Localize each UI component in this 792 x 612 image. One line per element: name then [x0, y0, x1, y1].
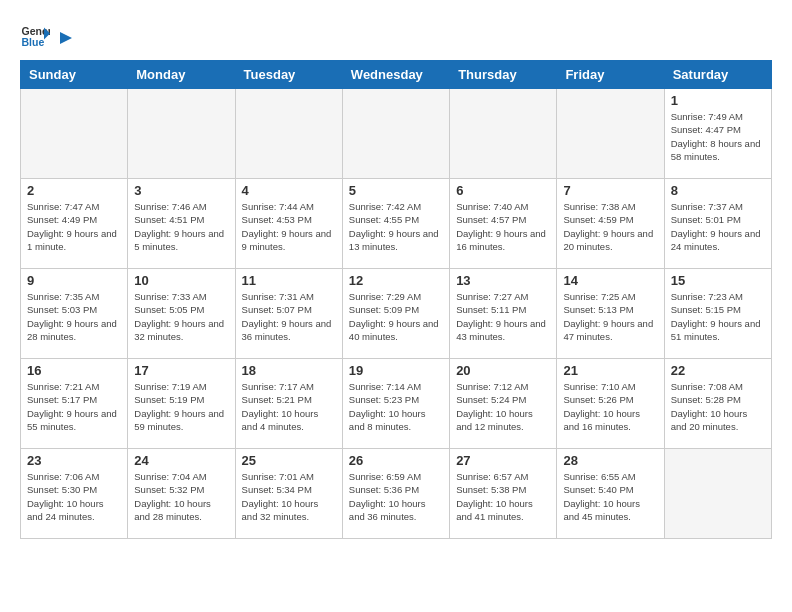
calendar-table: SundayMondayTuesdayWednesdayThursdayFrid… — [20, 60, 772, 539]
svg-marker-3 — [60, 32, 72, 44]
day-number: 8 — [671, 183, 765, 198]
day-number: 20 — [456, 363, 550, 378]
calendar-week-row: 2Sunrise: 7:47 AM Sunset: 4:49 PM Daylig… — [21, 179, 772, 269]
calendar-week-row: 1Sunrise: 7:49 AM Sunset: 4:47 PM Daylig… — [21, 89, 772, 179]
calendar-day-header: Friday — [557, 61, 664, 89]
day-info: Sunrise: 7:17 AM Sunset: 5:21 PM Dayligh… — [242, 380, 336, 433]
calendar-day-header: Sunday — [21, 61, 128, 89]
day-info: Sunrise: 7:40 AM Sunset: 4:57 PM Dayligh… — [456, 200, 550, 253]
calendar-day-cell: 4Sunrise: 7:44 AM Sunset: 4:53 PM Daylig… — [235, 179, 342, 269]
day-info: Sunrise: 7:37 AM Sunset: 5:01 PM Dayligh… — [671, 200, 765, 253]
day-info: Sunrise: 6:59 AM Sunset: 5:36 PM Dayligh… — [349, 470, 443, 523]
day-number: 14 — [563, 273, 657, 288]
day-number: 10 — [134, 273, 228, 288]
day-number: 12 — [349, 273, 443, 288]
day-info: Sunrise: 7:21 AM Sunset: 5:17 PM Dayligh… — [27, 380, 121, 433]
calendar-day-cell — [235, 89, 342, 179]
logo-arrow-icon — [56, 28, 76, 48]
day-info: Sunrise: 7:25 AM Sunset: 5:13 PM Dayligh… — [563, 290, 657, 343]
day-info: Sunrise: 7:31 AM Sunset: 5:07 PM Dayligh… — [242, 290, 336, 343]
day-number: 6 — [456, 183, 550, 198]
calendar-day-cell: 11Sunrise: 7:31 AM Sunset: 5:07 PM Dayli… — [235, 269, 342, 359]
day-number: 16 — [27, 363, 121, 378]
calendar-day-cell: 9Sunrise: 7:35 AM Sunset: 5:03 PM Daylig… — [21, 269, 128, 359]
calendar-day-header: Thursday — [450, 61, 557, 89]
calendar-day-cell: 7Sunrise: 7:38 AM Sunset: 4:59 PM Daylig… — [557, 179, 664, 269]
calendar-day-cell: 21Sunrise: 7:10 AM Sunset: 5:26 PM Dayli… — [557, 359, 664, 449]
calendar-day-cell: 16Sunrise: 7:21 AM Sunset: 5:17 PM Dayli… — [21, 359, 128, 449]
calendar-day-cell: 3Sunrise: 7:46 AM Sunset: 4:51 PM Daylig… — [128, 179, 235, 269]
day-number: 23 — [27, 453, 121, 468]
calendar-day-cell — [557, 89, 664, 179]
day-info: Sunrise: 7:04 AM Sunset: 5:32 PM Dayligh… — [134, 470, 228, 523]
calendar-day-cell: 14Sunrise: 7:25 AM Sunset: 5:13 PM Dayli… — [557, 269, 664, 359]
calendar-day-cell — [128, 89, 235, 179]
calendar-day-cell — [450, 89, 557, 179]
calendar-day-cell — [342, 89, 449, 179]
day-info: Sunrise: 6:55 AM Sunset: 5:40 PM Dayligh… — [563, 470, 657, 523]
day-info: Sunrise: 7:01 AM Sunset: 5:34 PM Dayligh… — [242, 470, 336, 523]
calendar-week-row: 23Sunrise: 7:06 AM Sunset: 5:30 PM Dayli… — [21, 449, 772, 539]
calendar-day-cell: 17Sunrise: 7:19 AM Sunset: 5:19 PM Dayli… — [128, 359, 235, 449]
day-number: 22 — [671, 363, 765, 378]
calendar-header-row: SundayMondayTuesdayWednesdayThursdayFrid… — [21, 61, 772, 89]
day-number: 3 — [134, 183, 228, 198]
calendar-day-cell: 13Sunrise: 7:27 AM Sunset: 5:11 PM Dayli… — [450, 269, 557, 359]
day-number: 13 — [456, 273, 550, 288]
day-number: 25 — [242, 453, 336, 468]
day-info: Sunrise: 7:44 AM Sunset: 4:53 PM Dayligh… — [242, 200, 336, 253]
calendar-week-row: 9Sunrise: 7:35 AM Sunset: 5:03 PM Daylig… — [21, 269, 772, 359]
day-number: 9 — [27, 273, 121, 288]
calendar-day-cell: 24Sunrise: 7:04 AM Sunset: 5:32 PM Dayli… — [128, 449, 235, 539]
calendar-day-cell: 15Sunrise: 7:23 AM Sunset: 5:15 PM Dayli… — [664, 269, 771, 359]
calendar-day-cell: 10Sunrise: 7:33 AM Sunset: 5:05 PM Dayli… — [128, 269, 235, 359]
day-info: Sunrise: 7:12 AM Sunset: 5:24 PM Dayligh… — [456, 380, 550, 433]
calendar-day-cell: 6Sunrise: 7:40 AM Sunset: 4:57 PM Daylig… — [450, 179, 557, 269]
day-number: 7 — [563, 183, 657, 198]
calendar-day-cell: 5Sunrise: 7:42 AM Sunset: 4:55 PM Daylig… — [342, 179, 449, 269]
calendar-day-cell: 25Sunrise: 7:01 AM Sunset: 5:34 PM Dayli… — [235, 449, 342, 539]
calendar-week-row: 16Sunrise: 7:21 AM Sunset: 5:17 PM Dayli… — [21, 359, 772, 449]
calendar-day-header: Saturday — [664, 61, 771, 89]
day-number: 11 — [242, 273, 336, 288]
calendar-day-cell: 1Sunrise: 7:49 AM Sunset: 4:47 PM Daylig… — [664, 89, 771, 179]
calendar-day-cell: 27Sunrise: 6:57 AM Sunset: 5:38 PM Dayli… — [450, 449, 557, 539]
day-number: 28 — [563, 453, 657, 468]
calendar-day-cell: 20Sunrise: 7:12 AM Sunset: 5:24 PM Dayli… — [450, 359, 557, 449]
day-info: Sunrise: 7:38 AM Sunset: 4:59 PM Dayligh… — [563, 200, 657, 253]
day-number: 15 — [671, 273, 765, 288]
calendar-day-header: Wednesday — [342, 61, 449, 89]
calendar-day-cell: 19Sunrise: 7:14 AM Sunset: 5:23 PM Dayli… — [342, 359, 449, 449]
day-number: 2 — [27, 183, 121, 198]
logo-icon: General Blue — [20, 20, 50, 50]
day-info: Sunrise: 7:10 AM Sunset: 5:26 PM Dayligh… — [563, 380, 657, 433]
day-info: Sunrise: 7:49 AM Sunset: 4:47 PM Dayligh… — [671, 110, 765, 163]
calendar-day-header: Tuesday — [235, 61, 342, 89]
day-number: 26 — [349, 453, 443, 468]
day-info: Sunrise: 7:23 AM Sunset: 5:15 PM Dayligh… — [671, 290, 765, 343]
calendar-day-cell: 22Sunrise: 7:08 AM Sunset: 5:28 PM Dayli… — [664, 359, 771, 449]
day-info: Sunrise: 7:42 AM Sunset: 4:55 PM Dayligh… — [349, 200, 443, 253]
day-info: Sunrise: 6:57 AM Sunset: 5:38 PM Dayligh… — [456, 470, 550, 523]
day-number: 24 — [134, 453, 228, 468]
day-info: Sunrise: 7:47 AM Sunset: 4:49 PM Dayligh… — [27, 200, 121, 253]
calendar-day-cell: 2Sunrise: 7:47 AM Sunset: 4:49 PM Daylig… — [21, 179, 128, 269]
day-info: Sunrise: 7:06 AM Sunset: 5:30 PM Dayligh… — [27, 470, 121, 523]
svg-text:Blue: Blue — [22, 36, 45, 48]
day-info: Sunrise: 7:08 AM Sunset: 5:28 PM Dayligh… — [671, 380, 765, 433]
day-number: 27 — [456, 453, 550, 468]
day-info: Sunrise: 7:29 AM Sunset: 5:09 PM Dayligh… — [349, 290, 443, 343]
day-number: 18 — [242, 363, 336, 378]
calendar-day-cell: 8Sunrise: 7:37 AM Sunset: 5:01 PM Daylig… — [664, 179, 771, 269]
calendar-day-header: Monday — [128, 61, 235, 89]
day-number: 5 — [349, 183, 443, 198]
day-info: Sunrise: 7:33 AM Sunset: 5:05 PM Dayligh… — [134, 290, 228, 343]
day-number: 21 — [563, 363, 657, 378]
day-info: Sunrise: 7:14 AM Sunset: 5:23 PM Dayligh… — [349, 380, 443, 433]
calendar-day-cell: 26Sunrise: 6:59 AM Sunset: 5:36 PM Dayli… — [342, 449, 449, 539]
day-info: Sunrise: 7:27 AM Sunset: 5:11 PM Dayligh… — [456, 290, 550, 343]
day-info: Sunrise: 7:19 AM Sunset: 5:19 PM Dayligh… — [134, 380, 228, 433]
calendar-day-cell — [664, 449, 771, 539]
day-number: 4 — [242, 183, 336, 198]
calendar-day-cell: 28Sunrise: 6:55 AM Sunset: 5:40 PM Dayli… — [557, 449, 664, 539]
